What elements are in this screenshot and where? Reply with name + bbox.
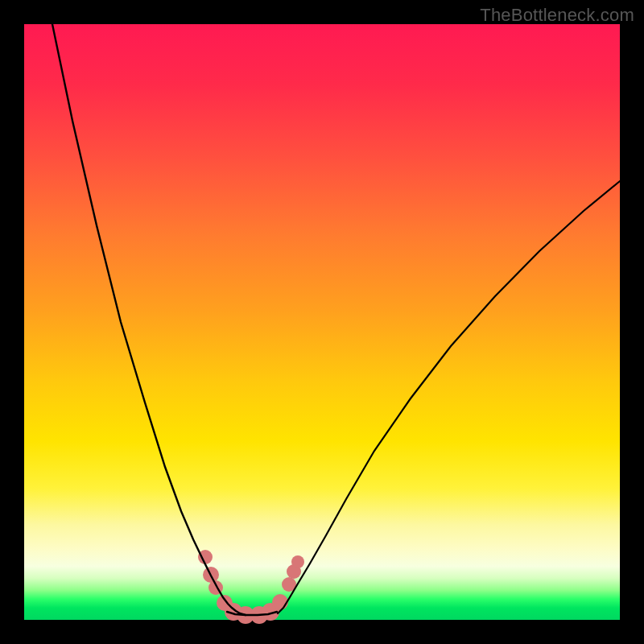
curves-svg	[24, 24, 620, 620]
valley-dot	[291, 555, 304, 568]
right-curve	[278, 181, 620, 613]
gradient-plot-area	[24, 24, 620, 620]
valley-dot	[272, 594, 288, 610]
left-curve	[52, 24, 246, 615]
valley-marker-layer	[198, 550, 304, 624]
chart-frame: TheBottleneck.com	[0, 0, 644, 644]
watermark-text: TheBottleneck.com	[480, 5, 634, 26]
